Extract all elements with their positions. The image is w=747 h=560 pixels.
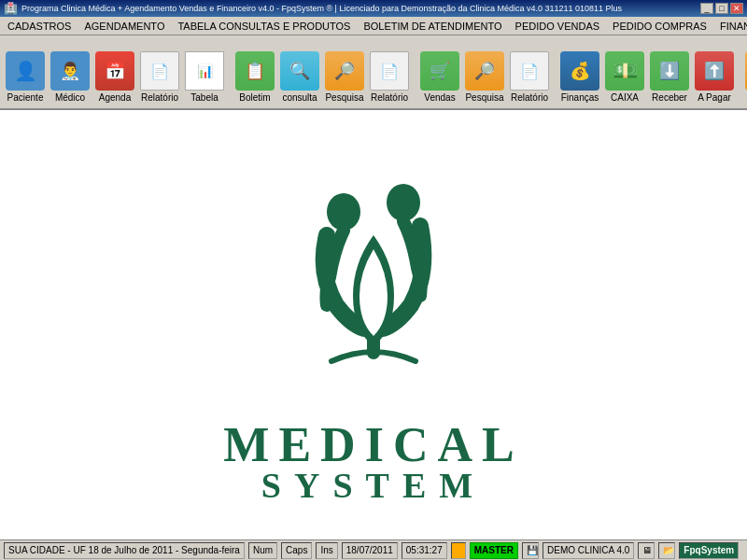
maximize-button[interactable]: □ [715,3,728,14]
search2-icon: 🔎 [465,51,504,91]
calendar-icon: 📅 [95,51,134,91]
menu-financeiro[interactable]: FINANCEIRO [714,19,747,34]
cash-icon: 💵 [605,51,644,91]
toolbar-agenda[interactable]: 📅 Agenda [93,49,136,105]
toolbar-pesquisa1-label: Pesquisa [325,92,363,103]
menu-pedido-compras[interactable]: PEDIDO COMPRAS [607,19,712,34]
toolbar-vendas-label: Vendas [424,92,455,103]
toolbar-consulta-label: consulta [282,92,317,103]
toolbar-pagar-label: A Pagar [698,92,731,103]
search1-icon: 🔎 [325,51,364,91]
toolbar-receber[interactable]: ⬇️ Receber [648,49,691,105]
toolbar-boletim-label: Boletim [239,92,270,103]
menu-tabela[interactable]: TABELA CONSULTAS E PRODUTOS [172,19,356,34]
toolbar-agenda-label: Agenda [99,92,131,103]
title-bar-left: 🏥 Programa Clinica Médica + Agendamento … [4,2,622,15]
toolbar-tabela-label: Tabela [190,92,218,103]
toolbar-relatorio1-label: Relatório [141,92,178,103]
status-location-text: SUA CIDADE - UF 18 de Julho de 2011 - Se… [8,545,240,555]
toolbar-vendas[interactable]: 🛒 Vendas [418,49,461,105]
status-icon2: 🖥 [638,542,655,559]
menu-boletim[interactable]: BOLETIM DE ATENDIMENTO [358,19,507,34]
status-demo-text: DEMO CLINICA 4.0 [547,545,629,555]
logo-medical-text: Medical [215,417,532,472]
doctor-icon: 👨‍⚕️ [50,51,90,91]
status-demo: DEMO CLINICA 4.0 [543,542,634,559]
status-num-text: Num [253,545,273,555]
title-bar: 🏥 Programa Clinica Médica + Agendamento … [0,0,747,17]
status-master: MASTER [470,542,518,559]
consult-icon: 🔍 [280,51,319,91]
status-master-text: MASTER [474,545,514,555]
status-date: 18/07/2011 [342,542,398,559]
toolbar-caixa[interactable]: 💵 CAIXA [603,49,646,105]
report2-icon: 📄 [370,51,409,91]
app-icon: 🏥 [4,2,18,15]
table-icon: 📊 [185,51,224,91]
status-location: SUA CIDADE - UF 18 de Julho de 2011 - Se… [4,542,245,559]
toolbar-relatorio1[interactable]: 📄 Relatório [138,49,181,105]
toolbar-caixa-label: CAIXA [611,92,639,103]
logo-container: Medical System [0,110,747,541]
toolbar: 👤 Paciente 👨‍⚕️ Médico 📅 Agenda 📄 Relató… [0,35,747,110]
logo-system-text: System [215,465,532,506]
toolbar-financas-label: Finanças [561,92,599,103]
toolbar-medico-label: Médico [55,92,85,103]
logo-text: Medical System [215,413,532,511]
bulletin-icon: 📋 [235,51,275,91]
toolbar-relatorio3-label: Relatório [511,92,548,103]
status-ins: Ins [316,542,337,559]
report3-icon: 📄 [510,51,549,91]
toolbar-paciente[interactable]: 👤 Paciente [4,49,47,105]
toolbar-relatorio2[interactable]: 📄 Relatório [368,49,411,105]
toolbar-relatorio2-label: Relatório [371,92,408,103]
status-date-text: 18/07/2011 [346,545,393,555]
toolbar-relatorio3[interactable]: 📄 Relatório [508,49,551,105]
person-icon: 👤 [6,51,45,91]
close-button[interactable]: ✕ [730,3,743,14]
menu-bar: CADASTROS AGENDAMENTO TABELA CONSULTAS E… [0,17,747,35]
status-icon1: 💾 [522,542,539,559]
status-system: FpqSystem [679,542,739,559]
toolbar-consulta[interactable]: 🔍 consulta [278,49,321,105]
toolbar-pagar[interactable]: ⬆️ A Pagar [693,49,736,105]
toolbar-pesquisa2-label: Pesquisa [465,92,503,103]
toolbar-receber-label: Receber [652,92,687,103]
menu-cadastros[interactable]: CADASTROS [2,19,77,34]
toolbar-medico[interactable]: 👨‍⚕️ Médico [49,49,92,105]
status-bar: SUA CIDADE - UF 18 de Julho de 2011 - Se… [0,539,747,560]
toolbar-boletim[interactable]: 📋 Boletim [233,49,276,105]
status-icon3: 📂 [658,542,675,559]
logo-svg [243,142,504,403]
toolbar-suporte[interactable]: 🎧 Suporte [743,49,747,105]
title-bar-controls[interactable]: _ □ ✕ [700,3,743,14]
toolbar-pesquisa2[interactable]: 🔎 Pesquisa [463,49,506,105]
minimize-button[interactable]: _ [700,3,713,14]
status-time-text: 05:31:27 [406,545,443,555]
pay-icon: ⬆️ [695,51,734,91]
toolbar-tabela[interactable]: 📊 Tabela [183,49,226,105]
status-time: 05:31:27 [402,542,447,559]
report1-icon: 📄 [140,51,179,91]
menu-pedido-vendas[interactable]: PEDIDO VENDAS [510,19,605,34]
status-indicator [451,542,466,559]
status-caps-text: Caps [286,545,307,555]
receive-icon: ⬇️ [650,51,689,91]
toolbar-pesquisa1[interactable]: 🔎 Pesquisa [323,49,366,105]
toolbar-paciente-label: Paciente [7,92,44,103]
status-system-text: FpqSystem [684,545,734,555]
status-caps: Caps [281,542,312,559]
main-content: Medical System [0,110,747,541]
status-num: Num [248,542,277,559]
status-ins-text: Ins [320,545,332,555]
toolbar-financas[interactable]: 💰 Finanças [558,49,601,105]
menu-agendamento[interactable]: AGENDAMENTO [78,19,170,34]
sales-icon: 🛒 [420,51,459,91]
finance-icon: 💰 [560,51,599,91]
title-bar-text: Programa Clinica Médica + Agendamento Ve… [21,4,622,13]
